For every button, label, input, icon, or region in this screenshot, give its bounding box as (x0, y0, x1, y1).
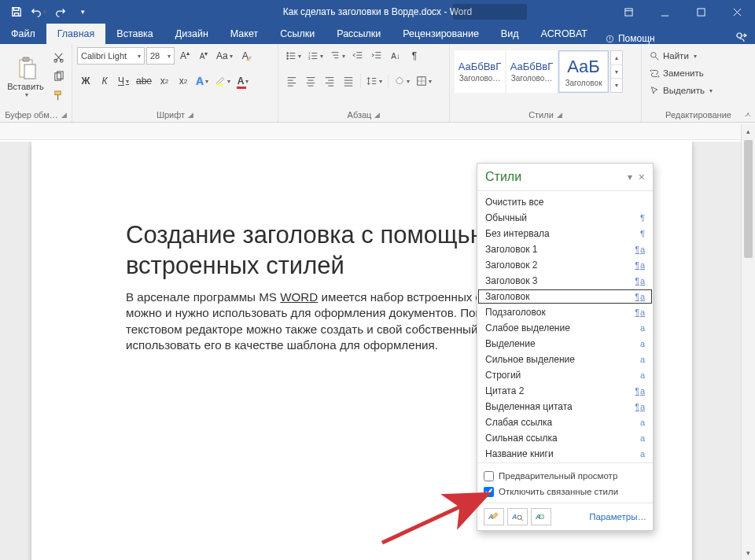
style-row[interactable]: Цитата 2¶a (477, 383, 653, 399)
underline-button[interactable]: Ч▾ (115, 72, 132, 90)
align-center-button[interactable] (302, 72, 319, 90)
ribbon-display-options-icon[interactable] (610, 0, 646, 24)
tab-insert[interactable]: Вставка (105, 24, 164, 44)
borders-button[interactable]: ▾ (414, 72, 434, 90)
superscript-button[interactable]: x2 (175, 72, 192, 90)
style-row[interactable]: Выделенная цитата¶a (477, 399, 653, 414)
style-tile-title[interactable]: АаБЗаголовок (558, 50, 609, 93)
vertical-scrollbar[interactable]: ▴ ▾ (741, 124, 755, 560)
copy-button[interactable] (50, 68, 67, 85)
bold-button[interactable]: Ж (77, 72, 94, 90)
style-row[interactable]: Слабая ссылкаa (477, 414, 653, 430)
font-size-combo[interactable]: 28▾ (146, 47, 175, 64)
tab-view[interactable]: Вид (490, 24, 530, 44)
styles-dialog-launcher[interactable]: ◢ (557, 111, 562, 119)
replace-button[interactable]: Заменить (646, 64, 707, 82)
line-spacing-button[interactable]: ▾ (364, 72, 385, 90)
group-font: Calibri Light▾ 28▾ A▴ A▾ Aa▾ A✐ Ж К Ч▾ a… (72, 44, 278, 122)
sort-button[interactable]: А↓ (387, 47, 404, 64)
scroll-down-icon[interactable]: ▾ (742, 546, 755, 560)
style-row[interactable]: Без интервала¶ (477, 226, 653, 241)
qat-customize-icon[interactable]: ▾ (72, 2, 93, 22)
style-row[interactable]: Обычный¶ (477, 210, 653, 226)
justify-button[interactable] (340, 72, 357, 90)
style-row[interactable]: Слабое выделениеa (477, 320, 653, 336)
maximize-icon[interactable] (683, 0, 719, 24)
styles-gallery[interactable]: АаБбВвГЗаголово… АаБбВвГЗаголово… АаБЗаг… (455, 47, 623, 93)
minimize-icon[interactable] (646, 0, 683, 24)
paragraph-dialog-launcher[interactable]: ◢ (374, 111, 380, 119)
tab-mailings[interactable]: Рассылки (326, 24, 392, 44)
group-styles-label: Стили (528, 110, 554, 120)
clear-formatting-button[interactable]: A✐ (237, 47, 254, 64)
highlight-button[interactable]: ▾ (212, 72, 233, 90)
style-inspector-button[interactable]: A (507, 508, 528, 525)
style-row[interactable]: Сильная ссылкаa (477, 430, 653, 446)
italic-button[interactable]: К (96, 72, 113, 90)
preview-checkbox[interactable]: Предварительный просмотр (484, 468, 646, 484)
numbering-button[interactable]: 123▾ (305, 47, 326, 64)
tab-design[interactable]: Дизайн (164, 24, 219, 44)
ruler[interactable] (0, 123, 755, 140)
styles-pane-header[interactable]: Стили ▾ × (477, 164, 653, 190)
cut-button[interactable] (50, 49, 67, 66)
font-name-combo[interactable]: Calibri Light▾ (77, 47, 145, 64)
styles-pane-menu-icon[interactable]: ▾ (628, 171, 632, 182)
style-row[interactable]: Выделениеa (477, 336, 653, 352)
manage-styles-button[interactable]: A (531, 508, 551, 525)
styles-options-link[interactable]: Параметры… (589, 512, 646, 521)
group-editing-label: Редактирование (665, 110, 731, 120)
decrease-indent-button[interactable] (349, 47, 366, 64)
style-row[interactable]: Заголовок 3¶a (477, 273, 653, 289)
tab-review[interactable]: Рецензирование (392, 24, 490, 44)
style-row[interactable]: Название книгиa (477, 446, 653, 462)
format-painter-button[interactable] (50, 87, 67, 104)
select-button[interactable]: Выделить▾ (646, 82, 716, 99)
undo-icon[interactable]: ▾ (28, 2, 49, 22)
styles-pane-close-icon[interactable]: × (639, 171, 645, 183)
style-row[interactable]: Строгийa (477, 367, 653, 383)
tab-home[interactable]: Главная (46, 24, 106, 44)
subscript-button[interactable]: x2 (156, 72, 173, 90)
style-row[interactable]: Подзаголовок¶a (477, 304, 653, 320)
font-color-button[interactable]: A▾ (234, 72, 252, 90)
style-row[interactable]: Заголовок¶a (477, 289, 653, 304)
tab-layout[interactable]: Макет (219, 24, 269, 44)
redo-icon[interactable] (50, 2, 71, 22)
text-effects-button[interactable]: A▾ (193, 72, 211, 90)
share-button[interactable] (728, 31, 755, 44)
strikethrough-button[interactable]: abe (134, 72, 154, 90)
show-marks-button[interactable]: ¶ (406, 47, 423, 64)
style-row[interactable]: Заголовок 2¶a (477, 257, 653, 273)
font-dialog-launcher[interactable]: ◢ (188, 111, 193, 119)
bullets-button[interactable]: ▾ (283, 47, 304, 64)
align-left-button[interactable] (283, 72, 300, 90)
paste-button[interactable]: Вставить ▾ (5, 47, 46, 105)
scroll-up-icon[interactable]: ▴ (742, 124, 755, 138)
style-row[interactable]: Сильное выделениеa (477, 352, 653, 367)
find-button[interactable]: Найти▾ (646, 47, 700, 64)
shading-button[interactable]: ▾ (392, 72, 412, 90)
style-row[interactable]: Заголовок 1¶a (477, 241, 653, 257)
tab-file[interactable]: Файл (0, 24, 46, 44)
new-style-button[interactable]: A (484, 508, 504, 525)
tab-acrobat[interactable]: ACROBAT (529, 24, 598, 44)
multilevel-list-button[interactable]: ▾ (327, 47, 348, 64)
increase-indent-button[interactable] (368, 47, 385, 64)
style-row[interactable]: Очистить все (477, 194, 653, 210)
clipboard-dialog-launcher[interactable]: ◢ (61, 111, 67, 119)
tell-me-input[interactable]: Помощн (605, 33, 655, 44)
shrink-font-button[interactable]: A▾ (195, 47, 212, 64)
styles-gallery-more[interactable]: ▴▾▾ (610, 50, 623, 93)
save-icon[interactable] (6, 2, 27, 22)
style-tile-heading2[interactable]: АаБбВвГЗаголово… (506, 50, 557, 93)
collapse-ribbon-icon[interactable]: ㅅ (744, 109, 752, 120)
align-right-button[interactable] (321, 72, 338, 90)
grow-font-button[interactable]: A▴ (176, 47, 193, 64)
disable-linked-checkbox[interactable]: Отключить связанные стили (484, 484, 646, 499)
scroll-thumb[interactable] (744, 140, 753, 258)
change-case-button[interactable]: Aa▾ (214, 47, 235, 64)
style-tile-heading1[interactable]: АаБбВвГЗаголово… (455, 50, 505, 93)
close-icon[interactable] (719, 0, 755, 24)
tab-references[interactable]: Ссылки (269, 24, 326, 44)
